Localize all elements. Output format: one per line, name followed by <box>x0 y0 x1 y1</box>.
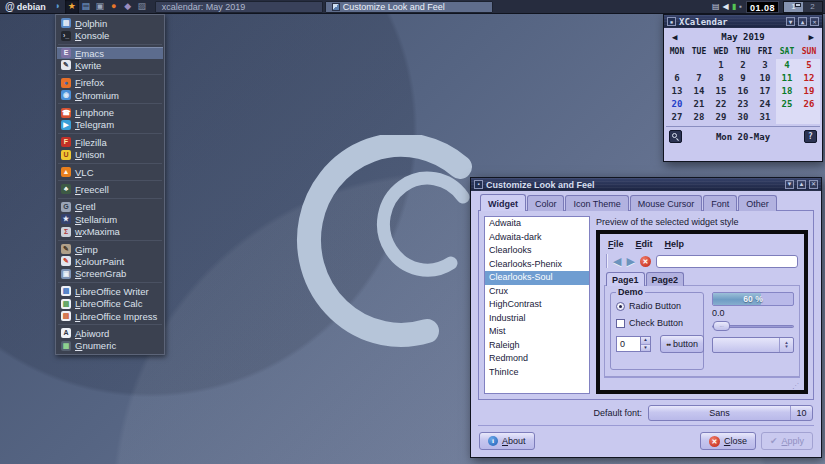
spin-value[interactable]: 0 <box>616 336 640 352</box>
menu-item-kwrite[interactable]: ✎Kwrite <box>57 59 163 71</box>
calendar-day-cell[interactable]: 20 <box>666 98 688 111</box>
calendar-day-cell[interactable]: 5 <box>798 59 820 72</box>
menu-item-gimp[interactable]: ✎Gimp <box>57 243 163 255</box>
menu-item-konsole[interactable]: ›_Konsole <box>57 29 163 41</box>
checkbox-icon[interactable] <box>616 319 625 328</box>
calendar-day-cell[interactable]: 8 <box>710 72 732 85</box>
font-select-button[interactable]: Sans 10 <box>648 405 813 421</box>
calendar-day-cell[interactable]: 14 <box>688 85 710 98</box>
spin-button[interactable]: 0 ▲ ▼ <box>616 336 651 352</box>
tab-widget[interactable]: Widget <box>480 194 526 211</box>
applet-icon[interactable]: ▪ <box>739 2 742 12</box>
theme-item-redmond[interactable]: Redmond <box>485 352 589 366</box>
workspace-1[interactable]: 1 <box>784 2 803 12</box>
menu-item-kolourpaint[interactable]: ✎KolourPaint <box>57 255 163 267</box>
menu-item-linphone[interactable]: ☎Linphone <box>57 106 163 118</box>
calendar-day-cell[interactable]: 24 <box>754 98 776 111</box>
slider-handle[interactable]: ∙∙∙ <box>713 321 730 331</box>
calendar-day-cell[interactable]: 9 <box>732 72 754 85</box>
volume-icon[interactable]: ◀ <box>723 2 729 12</box>
calendar-day-cell[interactable]: 18 <box>776 85 798 98</box>
next-month-button[interactable]: ▶ <box>809 32 814 42</box>
calendar-day-cell[interactable]: 16 <box>732 85 754 98</box>
package-launcher[interactable]: ◆ <box>121 0 135 14</box>
calendar-day-cell[interactable]: 10 <box>754 72 776 85</box>
preview-menu-file[interactable]: File <box>608 239 624 249</box>
menu-item-telegram[interactable]: ▶Telegram <box>57 119 163 131</box>
theme-item-highcontrast[interactable]: HighContrast <box>485 298 589 312</box>
shade-button[interactable]: ▼ <box>785 180 794 189</box>
calendar-day-cell[interactable]: 3 <box>754 59 776 72</box>
tab-icon-theme[interactable]: Icon Theme <box>565 195 628 211</box>
terminal-launcher[interactable]: ▣ <box>93 0 107 14</box>
preview-text-entry[interactable] <box>656 255 798 268</box>
radio-icon[interactable] <box>616 302 625 311</box>
menu-item-screengrab[interactable]: ▣ScreenGrab <box>57 268 163 280</box>
calendar-search-button[interactable] <box>669 130 682 143</box>
resize-grip-icon[interactable]: ⋰ <box>792 382 799 389</box>
calendar-day-cell[interactable]: 7 <box>688 72 710 85</box>
window-menu-icon[interactable]: ▪ <box>667 17 676 26</box>
menu-item-chromium[interactable]: ◉Chromium <box>57 89 163 101</box>
theme-item-clearlooks-phenix[interactable]: Clearlooks-Phenix <box>485 258 589 272</box>
calendar-day-cell[interactable]: 12 <box>798 72 820 85</box>
menu-item-libreoffice-impress[interactable]: ▤LibreOffice Impress <box>57 310 163 322</box>
calendar-day-cell[interactable]: 28 <box>688 111 710 124</box>
menu-item-filezilla[interactable]: FFilezilla <box>57 136 163 148</box>
maximize-button[interactable]: ▲ <box>798 17 807 26</box>
file-manager-launcher[interactable]: ▤ <box>79 0 93 14</box>
menu-item-abiword[interactable]: AAbiword <box>57 327 163 339</box>
menu-item-gnumeric[interactable]: ▦Gnumeric <box>57 340 163 352</box>
calendar-day-cell[interactable]: 19 <box>798 85 820 98</box>
menu-item-wxmaxima[interactable]: ΣwxMaxima <box>57 225 163 237</box>
menu-item-firefox[interactable]: ●Firefox <box>57 77 163 89</box>
menu-item-unison[interactable]: UUnison <box>57 149 163 161</box>
calendar-day-cell[interactable]: 29 <box>710 111 732 124</box>
theme-item-clearlooks[interactable]: Clearlooks <box>485 244 589 258</box>
shade-button[interactable]: ▼ <box>786 17 795 26</box>
menu-item-vlc[interactable]: ▲VLC <box>57 166 163 178</box>
calendar-day-cell[interactable]: 17 <box>754 85 776 98</box>
menu-item-libreoffice-writer[interactable]: ▤LibreOffice Writer <box>57 285 163 297</box>
demo-button[interactable]: ●● button <box>660 335 704 353</box>
spin-down-icon[interactable]: ▼ <box>641 344 650 352</box>
menu-item-stellarium[interactable]: ★Stellarium <box>57 213 163 225</box>
tab-font[interactable]: Font <box>703 195 737 211</box>
network-icon[interactable]: ▮ <box>732 2 736 12</box>
calendar-day-cell[interactable]: 13 <box>666 85 688 98</box>
clock[interactable]: 01.08 <box>746 1 779 13</box>
bookmark-star-launcher[interactable]: ★ <box>65 0 79 14</box>
calendar-day-cell[interactable]: 30 <box>732 111 754 124</box>
notes-launcher[interactable]: ▨ <box>135 0 149 14</box>
combo-box[interactable]: ▲▼ <box>712 337 794 353</box>
calendar-day-cell[interactable]: 4 <box>776 59 798 72</box>
calendar-day-cell[interactable]: 2 <box>732 59 754 72</box>
document-icon[interactable]: ▤ <box>712 2 720 12</box>
dialog-titlebar[interactable]: ▪ Customize Look and Feel ▼ ▲ ✕ <box>471 178 821 191</box>
calendar-day-cell[interactable]: 15 <box>710 85 732 98</box>
check-button-row[interactable]: Check Button <box>616 318 698 328</box>
apply-button[interactable]: ✔ Apply <box>761 432 813 450</box>
calendar-day-cell[interactable]: 26 <box>798 98 820 111</box>
tab-other[interactable]: Other <box>738 195 777 211</box>
calendar-day-cell[interactable]: 25 <box>776 98 798 111</box>
window-menu-icon[interactable]: ▪ <box>474 180 483 189</box>
radio-button-row[interactable]: Radio Button <box>616 301 698 311</box>
menu-item-dolphin[interactable]: ▤Dolphin <box>57 17 163 29</box>
close-button[interactable]: ✕ <box>810 17 819 26</box>
calendar-help-button[interactable]: ? <box>804 130 817 143</box>
calendar-day-cell[interactable]: 22 <box>710 98 732 111</box>
xcalendar-titlebar[interactable]: ▪ XCalendar ▼ ▲ ✕ <box>664 15 822 28</box>
task-button-customize-look-and-feel[interactable]: Customize Look and Feel <box>325 1 493 13</box>
preview-tab-page2[interactable]: Page2 <box>646 272 685 286</box>
theme-item-crux[interactable]: Crux <box>485 285 589 299</box>
calendar-day-cell[interactable]: 21 <box>688 98 710 111</box>
firefox-launcher[interactable]: ● <box>107 0 121 14</box>
applications-menu-button[interactable]: @ debian <box>0 0 51 14</box>
maximize-button[interactable]: ▲ <box>797 180 806 189</box>
preview-tab-page1[interactable]: Page1 <box>606 272 645 286</box>
task-button-xcalendar-may-2019[interactable]: xcalendar: May 2019 <box>155 1 323 13</box>
theme-item-mist[interactable]: Mist <box>485 325 589 339</box>
menu-item-emacs[interactable]: EEmacs <box>57 47 163 59</box>
calendar-day-cell[interactable]: 31 <box>754 111 776 124</box>
